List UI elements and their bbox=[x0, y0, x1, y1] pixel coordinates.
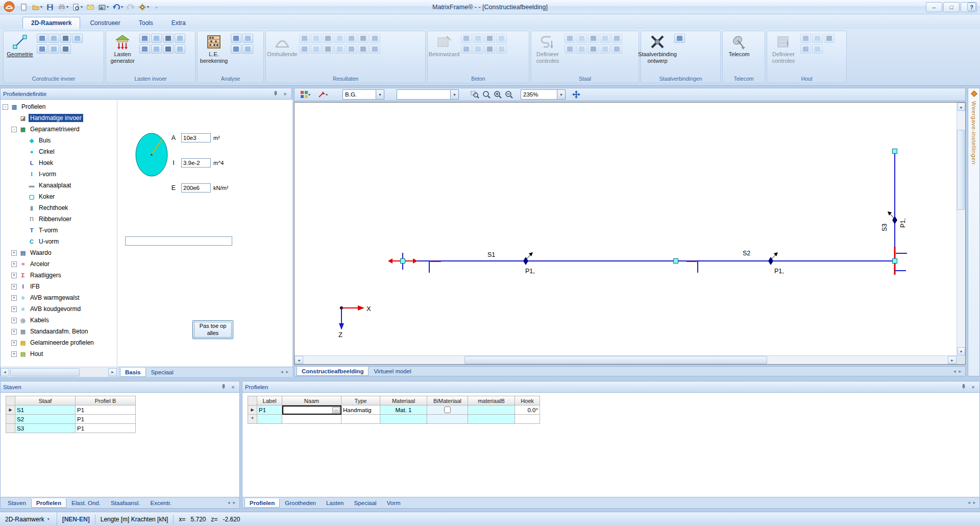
tree-horizontal-scrollbar[interactable]: ◄ ► bbox=[1, 367, 117, 377]
tree-item-arcelor[interactable]: +≈Arcelor bbox=[1, 258, 117, 270]
ribbon-small-icon[interactable] bbox=[151, 44, 162, 54]
profile-name-input[interactable] bbox=[125, 236, 232, 246]
tab-grootheden[interactable]: Grootheden bbox=[280, 498, 321, 508]
scroll-up-icon[interactable]: ▲ bbox=[958, 103, 965, 111]
scrollbar-thumb[interactable] bbox=[464, 356, 768, 364]
ribbon-small-icon[interactable] bbox=[473, 44, 483, 54]
tree-item-ifb[interactable]: +IIFB bbox=[1, 281, 117, 292]
ribbon-small-icon[interactable] bbox=[576, 34, 587, 43]
tabs-scroll-left-icon[interactable]: ◄ bbox=[280, 370, 284, 374]
ribbon-small-icon[interactable] bbox=[600, 44, 610, 54]
snapshot-icon[interactable]: ▾ bbox=[96, 2, 110, 12]
label-cell[interactable]: P1 bbox=[257, 405, 282, 415]
tab-basis[interactable]: Basis bbox=[120, 368, 146, 377]
ribbon-small-icon[interactable] bbox=[358, 44, 369, 54]
bimateriaal-cell[interactable] bbox=[427, 405, 468, 415]
structure-drawing-area[interactable]: S1 S2 S3 P1, P1, P1, X Z bbox=[295, 103, 957, 355]
tab-profielen[interactable]: Profielen bbox=[244, 498, 280, 508]
tabs-scroll-left-icon[interactable]: ◄ bbox=[967, 500, 971, 505]
ribbon-small-icon[interactable] bbox=[334, 44, 345, 54]
tree-item-gelamineerde-profielen[interactable]: +▤Gelamineerde profielen bbox=[1, 337, 117, 348]
probe-tool-icon[interactable]: ▾ bbox=[316, 89, 329, 100]
tree-item-hoek[interactable]: LHoek bbox=[1, 157, 117, 169]
type-cell[interactable] bbox=[341, 415, 380, 424]
ribbon-small-icon[interactable] bbox=[37, 34, 47, 43]
zoom-out-icon[interactable] bbox=[503, 89, 514, 100]
app-logo-icon[interactable] bbox=[3, 1, 16, 13]
tabs-scroll-left-icon[interactable]: ◄ bbox=[227, 500, 231, 505]
tree-expander-icon[interactable]: + bbox=[11, 284, 17, 290]
ribbon-small-icon[interactable] bbox=[48, 34, 59, 43]
close-icon[interactable]: × bbox=[229, 384, 237, 391]
open-icon[interactable]: ▾ bbox=[30, 2, 44, 12]
scroll-right-icon[interactable]: ► bbox=[948, 356, 957, 364]
pan-icon[interactable] bbox=[571, 89, 582, 100]
ribbon-small-icon[interactable] bbox=[175, 44, 185, 54]
ribbon-small-icon[interactable] bbox=[334, 34, 345, 43]
materiaal-cell[interactable]: Mat. 1 bbox=[380, 405, 427, 415]
ribbon-small-icon[interactable] bbox=[139, 34, 150, 43]
tree-item-t-vorm[interactable]: TT-vorm bbox=[1, 225, 117, 236]
inertia-input[interactable] bbox=[181, 158, 211, 168]
ribbon-small-icon[interactable] bbox=[139, 44, 150, 54]
tree-expander-icon[interactable]: - bbox=[11, 127, 17, 132]
undo-icon[interactable]: ▾ bbox=[111, 2, 125, 12]
scrollbar-thumb[interactable] bbox=[957, 130, 965, 210]
le-berekening-button[interactable]: L.E. berekening bbox=[199, 32, 229, 64]
print-preview-icon[interactable]: ▾ bbox=[70, 2, 84, 12]
tree-item-profielen[interactable]: -▥Profielen bbox=[1, 101, 117, 112]
hoek-cell[interactable] bbox=[515, 415, 540, 424]
hout-definieer-controles-button[interactable]: Definieer controles bbox=[769, 32, 798, 64]
tree-expander-icon[interactable]: + bbox=[11, 318, 17, 323]
redo-icon[interactable] bbox=[125, 2, 136, 12]
settings-icon[interactable]: ▾ bbox=[137, 2, 151, 12]
ribbon-small-icon[interactable] bbox=[370, 34, 380, 43]
tree-expander-icon[interactable]: + bbox=[11, 351, 17, 357]
tabs-scroll-left-icon[interactable]: ◄ bbox=[952, 369, 957, 374]
ribbon-small-icon[interactable] bbox=[323, 44, 333, 54]
hoek-cell[interactable]: 0.0° bbox=[515, 405, 540, 415]
tree-expander-icon[interactable]: - bbox=[3, 104, 8, 110]
scroll-right-icon[interactable]: ► bbox=[108, 368, 117, 376]
naam-cell[interactable] bbox=[282, 415, 341, 424]
ribbon-small-icon[interactable] bbox=[231, 44, 241, 54]
ribbon-small-icon[interactable] bbox=[37, 44, 47, 54]
materiaalb-cell[interactable] bbox=[468, 405, 515, 415]
staaf-cell[interactable]: S1 bbox=[15, 405, 76, 415]
ribbon-small-icon[interactable] bbox=[588, 34, 599, 43]
apply-to-all-button[interactable]: Pas toe op alles bbox=[192, 320, 233, 339]
maximize-button[interactable]: □ bbox=[943, 2, 960, 12]
ribbon-small-icon[interactable] bbox=[800, 44, 811, 54]
new-row-selector[interactable]: * bbox=[248, 415, 257, 424]
pin-icon[interactable] bbox=[272, 90, 279, 98]
ribbon-small-icon[interactable] bbox=[484, 34, 495, 43]
ribbon-small-icon[interactable] bbox=[461, 34, 472, 43]
row-selector[interactable]: ▶ bbox=[248, 405, 257, 415]
geometrie-button[interactable]: Geometrie bbox=[5, 32, 35, 58]
profiel-cell[interactable]: P1 bbox=[76, 415, 136, 424]
materiaal-cell[interactable] bbox=[380, 415, 427, 424]
tab-excentr[interactable]: Excentr. bbox=[145, 498, 177, 508]
ribbon-small-icon[interactable] bbox=[60, 34, 71, 43]
tab-tools[interactable]: Tools bbox=[130, 17, 162, 29]
column-header[interactable]: Hoek bbox=[515, 396, 540, 405]
ribbon-small-icon[interactable] bbox=[812, 34, 823, 43]
ribbon-small-icon[interactable] bbox=[800, 34, 811, 43]
area-input[interactable] bbox=[181, 133, 211, 142]
emodulus-input[interactable] bbox=[181, 183, 211, 193]
close-icon[interactable]: × bbox=[969, 384, 977, 391]
scroll-down-icon[interactable]: ▼ bbox=[958, 347, 965, 355]
loadcase-combobox[interactable]: B.G.▾ bbox=[342, 89, 384, 100]
customize-quick-access-icon[interactable]: ⌄ bbox=[151, 2, 161, 12]
staalverbinding-ontwerp-button[interactable]: Staalverbinding ontwerp bbox=[643, 32, 672, 64]
browse-icon[interactable]: ... bbox=[332, 407, 340, 413]
ribbon-small-icon[interactable] bbox=[611, 34, 622, 43]
tab-elast-ond[interactable]: Elast. Ond. bbox=[66, 498, 106, 508]
omhullende-button[interactable]: Omhullende bbox=[267, 32, 297, 58]
bimateriaal-cell[interactable] bbox=[427, 415, 468, 424]
tabs-scroll-right-icon[interactable]: ► bbox=[285, 370, 289, 374]
column-header[interactable]: Profiel B bbox=[76, 396, 136, 405]
secondary-combobox[interactable]: ▾ bbox=[397, 89, 459, 100]
canvas-horizontal-scrollbar[interactable]: ◄ ► bbox=[295, 355, 957, 364]
ribbon-small-icon[interactable] bbox=[370, 44, 380, 54]
